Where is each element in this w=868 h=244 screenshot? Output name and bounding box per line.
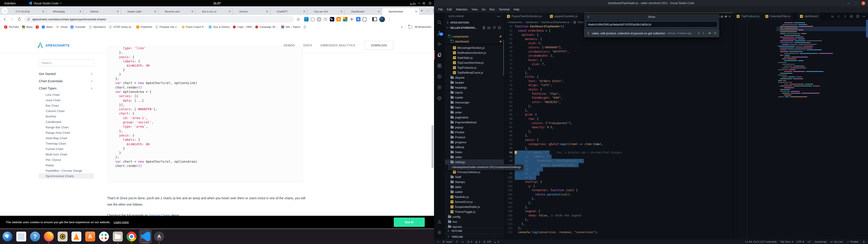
docs-search-input[interactable] [39, 59, 94, 66]
folder-Product[interactable]: Product [445, 135, 504, 140]
cookie-accept-button[interactable]: Got it! [394, 218, 425, 227]
minimap[interactable] [778, 22, 864, 98]
folder-wallet[interactable]: wallet [445, 189, 504, 194]
extension-pen-icon[interactable] [330, 17, 334, 22]
address-bar[interactable]: apexcharts.com/docs/chart-types/synchron… [24, 16, 294, 23]
docs-section-get-started[interactable]: Get Started∨ [39, 70, 94, 78]
folder-Printful[interactable]: Printful [445, 130, 504, 135]
browser-menu-icon[interactable] [388, 17, 391, 21]
folder-Sales[interactable]: Sales [445, 150, 504, 155]
browser-tab[interactable]: this is my co [195, 8, 233, 15]
folder-header[interactable]: header [445, 80, 504, 85]
bookmark-star-icon[interactable] [297, 18, 300, 21]
clock[interactable]: 11:27 [213, 2, 221, 5]
split-editor-icon[interactable] [856, 15, 860, 18]
editor-2-content[interactable] [734, 20, 868, 240]
extension-translate-icon[interactable] [356, 17, 361, 22]
bookmark-item[interactable]: Gmail [54, 25, 69, 29]
browser-tab[interactable]: GitHub [84, 8, 121, 15]
folder-progress[interactable]: progress [445, 140, 504, 145]
docs-nav-item[interactable]: Area Chart [39, 97, 94, 103]
compare-changes-icon[interactable] [831, 15, 834, 18]
editor-tab[interactable]: paypalCountries.js [547, 13, 584, 20]
bookmark-item[interactable]: Flavio Copes P... [180, 26, 207, 28]
file-TopCountriesView-js[interactable]: TopCountriesView.js [445, 60, 504, 65]
bookmark-item[interactable] [34, 26, 40, 28]
file-SaleStats-js[interactable]: SaleStats.js [445, 55, 504, 60]
scrollbar-thumb[interactable] [432, 125, 434, 168]
dock-item-chrome[interactable] [125, 230, 138, 244]
folder-table[interactable]: table [445, 184, 504, 189]
minimize-button[interactable] [847, 2, 850, 5]
forward-button[interactable] [9, 17, 14, 22]
dock-item-thunderbird[interactable] [1, 230, 14, 244]
docs-nav-item[interactable]: Range Bar Chart [39, 124, 94, 130]
status-lf[interactable]: LF [808, 240, 811, 243]
site-nav-item[interactable]: DOCS [303, 44, 312, 47]
dock-item-app-center[interactable] [84, 230, 96, 244]
status-info[interactable]: 125 [483, 240, 491, 243]
folder-dispute[interactable]: dispute [445, 75, 504, 80]
docs-section-chart-essentials[interactable]: Chart Essentials∨ [39, 78, 94, 85]
open-editors-section[interactable]: OPEN EDITORS [445, 20, 504, 25]
nav-back-icon[interactable] [837, 15, 840, 18]
bookmark-item[interactable]: Maps [20, 26, 34, 28]
refresh-explorer-icon[interactable] [493, 26, 496, 29]
new-file-icon[interactable] [482, 26, 486, 29]
dock-item-help[interactable] [29, 230, 41, 244]
folder-seller[interactable]: seller [445, 155, 504, 159]
project-root-row[interactable]: SELLER-STOREFRO... [445, 25, 504, 30]
dock-item-libreoffice-writer[interactable] [15, 230, 28, 244]
folder-Stamps[interactable]: Stamps [445, 179, 504, 184]
dock-item-rhythmbox[interactable] [56, 230, 69, 244]
status-sync[interactable] [456, 240, 458, 243]
tab-close-icon[interactable] [378, 10, 380, 13]
quickpick-item[interactable]: sales, edit product, collection id passe… [584, 29, 719, 37]
folder-components[interactable]: components [445, 34, 504, 39]
status-ln-94-col-1-127-selected-[interactable]: Ln 94, Col 1 (127 selected) [745, 240, 777, 243]
status-go-live[interactable]: Go Live [830, 240, 843, 243]
folder-settings[interactable]: settings [445, 159, 504, 164]
tab-close-icon[interactable] [728, 15, 731, 18]
menu-view[interactable]: View [469, 8, 480, 11]
file-NotificationsSection-js[interactable]: NotificationsSection.js [445, 50, 504, 55]
page-scrollbar[interactable] [431, 30, 434, 229]
editor-tab[interactable]: CalendarFilter.js [763, 13, 793, 20]
docs-nav-item[interactable]: Candlestick [39, 119, 94, 124]
status-compare[interactable] [461, 240, 464, 243]
editor-tab[interactable]: TopProducts.js [734, 13, 763, 20]
bookmark-item[interactable]: Login - VWO [231, 26, 254, 28]
file-PrimarySidebar-js[interactable]: PrimarySidebar.js [445, 170, 504, 175]
docs-nav-item[interactable]: Synchronized Charts [39, 173, 94, 179]
bookmark-item[interactable]: Toys & Games [207, 26, 231, 28]
live-share-icon[interactable] [434, 72, 445, 81]
status-prettier[interactable]: Prettier [846, 240, 859, 243]
bookmark-item[interactable]: Campaign 28-... [254, 26, 280, 28]
folder-refferal[interactable]: refferal [445, 145, 504, 150]
status-bell[interactable] [862, 240, 865, 243]
file-ThemeToggle-js[interactable]: ThemeToggle.js [445, 209, 504, 214]
docs-nav-item[interactable]: Funnel Chart [39, 146, 94, 152]
new-folder-icon[interactable] [487, 26, 491, 29]
tab-close-icon[interactable] [42, 10, 44, 13]
tab-close-icon[interactable] [154, 10, 156, 13]
status-branch[interactable]: main* [442, 240, 453, 243]
collapse-folders-icon[interactable] [498, 26, 501, 29]
close-button[interactable] [862, 1, 865, 5]
docs-nav-item[interactable]: Line Chart [39, 92, 94, 97]
folder-popup[interactable]: popup [445, 125, 504, 130]
account-icon[interactable] [434, 217, 445, 227]
browser-tab[interactable]: Recents and [158, 8, 195, 15]
site-settings-icon[interactable] [27, 18, 30, 21]
status-err[interactable]: 0 [467, 240, 472, 243]
tab-close-icon[interactable] [79, 10, 82, 13]
file-TopProducts-js[interactable]: TopProducts.js [445, 65, 504, 70]
code-editor[interactable]: 10function DashboardTopHeader({41 const … [504, 24, 734, 240]
breadcrumb-item[interactable]: dashboard [526, 21, 538, 24]
search-commit-icon[interactable] [714, 32, 717, 35]
tab-close-icon[interactable] [415, 10, 417, 13]
extension-xcol-icon[interactable] [343, 17, 347, 22]
open-changes-icon[interactable] [708, 32, 711, 35]
site-nav-item[interactable]: EMBEDDED ANALYTICS [320, 44, 355, 47]
extension-cross-icon[interactable] [349, 17, 354, 22]
